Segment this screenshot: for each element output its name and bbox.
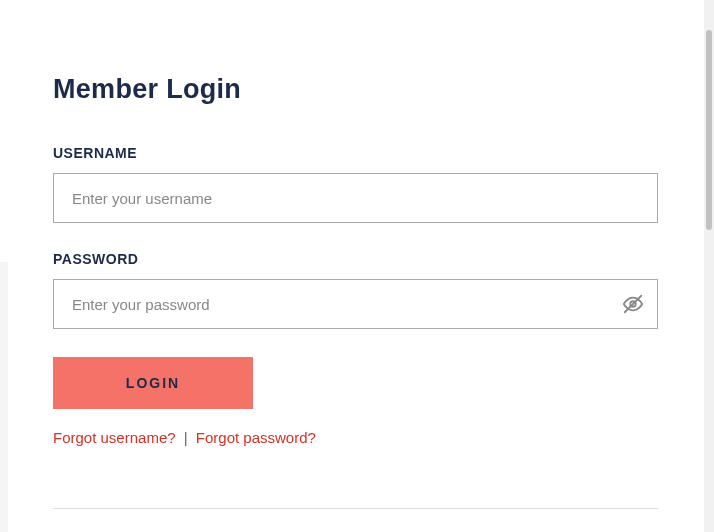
password-field-group: PASSWORD — [53, 251, 658, 329]
page-title: Member Login — [53, 74, 658, 105]
scrollbar-track[interactable] — [704, 0, 714, 532]
password-label: PASSWORD — [53, 251, 658, 267]
password-input[interactable] — [53, 279, 658, 329]
login-button[interactable]: LOGIN — [53, 357, 253, 409]
forgot-password-link[interactable]: Forgot password? — [196, 429, 316, 446]
username-field-group: USERNAME — [53, 145, 658, 223]
toggle-password-visibility-icon[interactable] — [622, 293, 644, 315]
forgot-username-link[interactable]: Forgot username? — [53, 429, 176, 446]
link-separator: | — [184, 429, 188, 446]
left-edge-decoration — [0, 262, 8, 532]
username-label: USERNAME — [53, 145, 658, 161]
password-input-wrap — [53, 279, 658, 329]
username-input[interactable] — [53, 173, 658, 223]
forgot-links-row: Forgot username? | Forgot password? — [53, 429, 658, 446]
login-page: Member Login USERNAME PASSWORD LOGIN For… — [0, 0, 714, 509]
scrollbar-thumb[interactable] — [706, 30, 712, 230]
username-input-wrap — [53, 173, 658, 223]
section-divider — [53, 508, 658, 509]
